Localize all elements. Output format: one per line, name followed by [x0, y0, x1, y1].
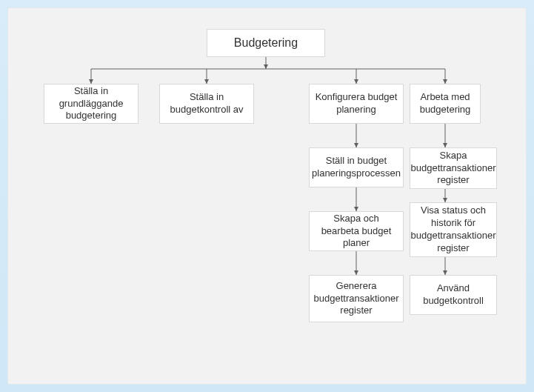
- node-setup-planning-process: Ställ in budget planeringsprocessen: [309, 147, 404, 187]
- diagram-frame: Budgetering Ställa in grundläggande budg…: [7, 7, 527, 385]
- node-root: Budgetering: [207, 29, 325, 57]
- node-generate-budget-transaction-register: Generera budgettransaktioner register: [309, 275, 404, 322]
- node-setup-basic-budgeting: Ställa in grundläggande budgetering: [44, 84, 138, 124]
- node-view-status-history-register: Visa status och historik för budgettrans…: [410, 202, 497, 257]
- node-use-budget-control: Använd budgetkontroll: [410, 275, 497, 315]
- node-configure-budget-planning: Konfigurera budget planering: [309, 84, 404, 124]
- node-work-with-budgeting: Arbeta med budgetering: [410, 84, 481, 124]
- connector-arrows: [8, 8, 526, 384]
- node-setup-budget-control: Ställa in budgetkontroll av: [159, 84, 254, 124]
- node-create-process-budget-plans: Skapa och bearbeta budget planer: [309, 211, 404, 251]
- node-create-budget-transaction-register: Skapa budgettransaktioner register: [410, 147, 497, 189]
